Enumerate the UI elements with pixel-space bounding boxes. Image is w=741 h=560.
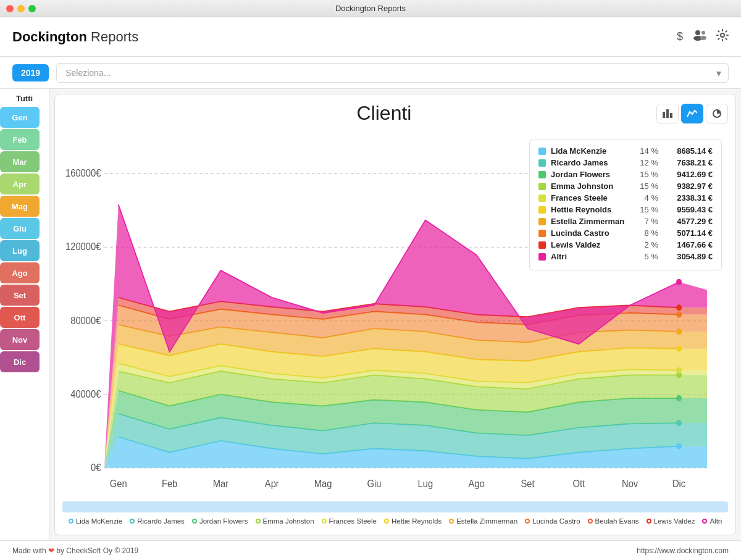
svg-point-49	[676, 304, 682, 311]
legend-val: 5071.14 €	[663, 228, 713, 238]
legend-val: 7638.21 €	[663, 158, 713, 167]
bottom-legend-dot	[588, 519, 593, 524]
main-panel: Clienti	[54, 94, 736, 535]
bottom-legend-item: Frances Steele	[322, 517, 377, 525]
legend-pct: 5 %	[636, 252, 658, 261]
svg-rect-7	[670, 113, 672, 118]
app: Dockington Reports $ 2019	[0, 17, 741, 560]
bottom-legend-item: Emma Johnston	[256, 517, 314, 525]
legend-color-swatch	[538, 171, 546, 178]
legend-item: Lewis Valdez 2 % 1467.66 €	[538, 240, 713, 249]
legend-item: Lida McKenzie 14 % 8685.14 €	[538, 146, 713, 156]
month-list: GenFebMarAprMagGiuLugAgoSetOttNovDic	[0, 107, 49, 374]
chart-container: .grid-line { stroke: #ccc; stroke-dashar…	[62, 127, 728, 499]
svg-text:Set: Set	[521, 479, 535, 490]
svg-point-50	[676, 279, 682, 285]
month-button-dic[interactable]: Dic	[0, 351, 40, 372]
bottom-legend-label: Emma Johnston	[263, 517, 314, 525]
month-button-set[interactable]: Set	[0, 285, 40, 306]
close-button[interactable]	[6, 5, 14, 12]
legend-item: Lucinda Castro 8 % 5071.14 €	[538, 228, 713, 238]
legend-item: Frances Steele 4 % 2338.31 €	[538, 193, 713, 203]
legend-item: Altri 5 % 3054.89 €	[538, 252, 713, 261]
pie-chart-button[interactable]	[706, 104, 728, 123]
svg-text:Apr: Apr	[265, 479, 279, 490]
content: Tutti GenFebMarAprMagGiuLugAgoSetOttNovD…	[0, 89, 741, 540]
sidebar-title: Tutti	[16, 94, 33, 103]
legend-color-swatch	[538, 218, 546, 225]
svg-point-46	[676, 346, 682, 352]
svg-point-4	[721, 33, 724, 37]
svg-text:Nov: Nov	[622, 479, 638, 490]
month-button-mag[interactable]: Mag	[0, 196, 40, 217]
month-button-lug[interactable]: Lug	[0, 240, 40, 261]
category-select[interactable]: Seleziona...	[56, 63, 729, 83]
svg-point-45	[676, 367, 682, 374]
bottom-legend-label: Jordan Flowers	[199, 517, 248, 525]
bottom-legend-item: Lida McKenzie	[69, 517, 122, 525]
gear-icon[interactable]	[716, 29, 729, 44]
bottom-legend: Lida McKenzieRicardo JamesJordan Flowers…	[62, 515, 728, 527]
svg-text:40000€: 40000€	[70, 388, 101, 399]
bar-chart-button[interactable]	[656, 104, 679, 123]
sidebar: Tutti GenFebMarAprMagGiuLugAgoSetOttNovD…	[0, 89, 49, 540]
bottom-legend-dot	[256, 519, 261, 524]
bottom-legend-dot	[702, 519, 707, 524]
svg-text:Dic: Dic	[672, 479, 686, 490]
titlebar: Dockington Reports	[0, 0, 741, 17]
legend-color-swatch	[538, 148, 546, 155]
footer-credit: Made with ❤ by CheekSoft Oy © 2019	[12, 546, 138, 555]
bottom-legend-label: Frances Steele	[329, 517, 377, 525]
window-controls	[6, 5, 36, 12]
month-button-giu[interactable]: Giu	[0, 218, 40, 239]
svg-rect-6	[666, 109, 669, 118]
legend-pct: 12 %	[636, 158, 658, 167]
bottom-legend-dot	[525, 519, 530, 524]
bottom-legend-dot	[69, 519, 73, 524]
legend-pct: 2 %	[636, 240, 658, 249]
month-button-nov[interactable]: Nov	[0, 329, 40, 350]
legend-val: 9382.97 €	[663, 182, 713, 191]
users-icon[interactable]	[693, 30, 706, 44]
line-chart-button[interactable]	[681, 104, 703, 123]
maximize-button[interactable]	[28, 5, 36, 12]
month-button-ago[interactable]: Ago	[0, 262, 40, 283]
svg-text:Lug: Lug	[417, 479, 433, 490]
month-button-ott[interactable]: Ott	[0, 307, 40, 328]
svg-text:Ago: Ago	[469, 479, 485, 490]
month-button-mar[interactable]: Mar	[0, 151, 40, 172]
svg-text:Mar: Mar	[213, 479, 228, 490]
bottom-legend-dot	[322, 519, 327, 524]
legend-item: Hettie Reynolds 15 % 9559.43 €	[538, 205, 713, 214]
bottom-legend-item: Jordan Flowers	[192, 517, 248, 525]
bottom-legend-dot	[192, 519, 197, 524]
legend-val: 4577.29 €	[663, 217, 713, 226]
svg-point-2	[701, 31, 705, 35]
heart-icon: ❤	[48, 546, 54, 555]
dollar-icon[interactable]: $	[677, 30, 683, 43]
bottom-legend-label: Lucinda Castro	[532, 517, 580, 525]
range-slider[interactable]	[62, 501, 728, 512]
minimize-button[interactable]	[17, 5, 25, 12]
bottom-legend-item: Ricardo James	[130, 517, 185, 525]
svg-text:120000€: 120000€	[65, 241, 101, 253]
legend-name: Frances Steele	[551, 193, 631, 203]
bottom-legend-label: Hettie Reynolds	[391, 517, 442, 525]
legend-pct: 7 %	[636, 217, 658, 226]
month-button-gen[interactable]: Gen	[0, 107, 40, 128]
header-actions: $	[677, 29, 729, 44]
svg-point-0	[695, 30, 700, 35]
bottom-legend-label: Estella Zimmerman	[456, 517, 517, 525]
month-button-feb[interactable]: Feb	[0, 129, 40, 150]
year-badge[interactable]: 2019	[12, 64, 49, 81]
month-button-apr[interactable]: Apr	[0, 173, 40, 194]
chart-header: Clienti	[62, 102, 728, 125]
legend-color-swatch	[538, 194, 546, 202]
legend-val: 9559.43 €	[663, 205, 713, 214]
bottom-legend-dot	[449, 519, 454, 524]
footer-url: https://www.dockington.com	[637, 546, 729, 555]
legend-name: Altri	[551, 252, 631, 261]
svg-point-47	[676, 328, 682, 335]
bottom-legend-label: Altri	[710, 517, 722, 525]
chevron-down-icon: ▾	[716, 67, 721, 78]
